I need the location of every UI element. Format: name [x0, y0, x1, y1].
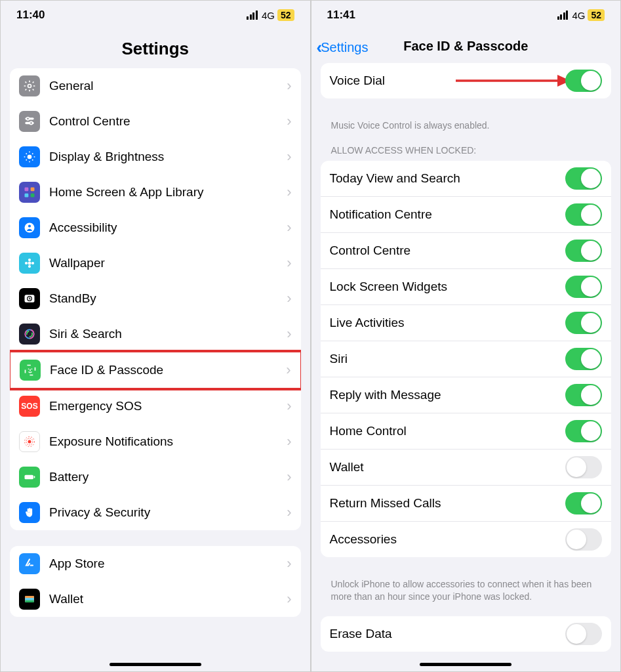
chevron-right-icon: › [287, 113, 291, 130]
row-label: Control Centre [49, 114, 287, 129]
svg-rect-29 [34, 476, 35, 478]
settings-row-standby[interactable]: StandBy› [10, 281, 301, 316]
settings-row-wallet[interactable]: Wallet› [10, 581, 301, 617]
network-label: 4G [572, 10, 585, 21]
svg-rect-33 [25, 600, 33, 602]
toggle-siri[interactable] [565, 348, 602, 370]
row-label: Accessibility [49, 220, 287, 235]
svg-point-13 [28, 259, 31, 261]
toggle-today-view-and-search[interactable] [565, 167, 602, 190]
settings-row-privacy-security[interactable]: Privacy & Security› [10, 495, 301, 530]
row-label: Accessories [330, 532, 566, 547]
erase-data-row: Erase Data [321, 616, 612, 652]
settings-row-control-centre[interactable]: Control Centre› [10, 104, 301, 139]
chevron-right-icon: › [286, 362, 290, 379]
flower-icon [19, 253, 40, 274]
allow-access-header: Allow Access When Locked: [321, 145, 612, 161]
settings-row-general[interactable]: General› [10, 68, 301, 104]
toggle-accessories[interactable] [565, 528, 602, 551]
settings-row-accessibility[interactable]: Accessibility› [10, 210, 301, 245]
sliders-icon [19, 111, 40, 132]
page-title: Settings [7, 39, 304, 59]
chevron-right-icon: › [287, 433, 291, 450]
highlight-annotation: Face ID & Passcode› [10, 350, 301, 390]
row-label: Home Control [330, 424, 566, 438]
chevron-right-icon: › [287, 148, 291, 165]
settings-row-exposure-notifications[interactable]: Exposure Notifications› [10, 424, 301, 459]
settings-row-face-id-passcode[interactable]: Face ID & Passcode› [10, 352, 300, 388]
back-button[interactable]: ‹ Settings [317, 39, 369, 56]
home-indicator[interactable] [110, 663, 201, 666]
row-label: Home Screen & App Library [49, 185, 287, 200]
svg-point-5 [28, 155, 32, 159]
voice-dial-toggle[interactable] [565, 70, 602, 92]
face-icon [20, 360, 41, 381]
settings-row-display-brightness[interactable]: Display & Brightness› [10, 139, 301, 175]
clock-icon [19, 288, 40, 309]
chevron-right-icon: › [287, 290, 291, 307]
toggle-control-centre[interactable] [565, 240, 602, 262]
row-label: Lock Screen Widgets [330, 280, 566, 294]
faceid-content[interactable]: Voice Dial Music Voice Control is always… [311, 63, 621, 671]
settings-row-wallpaper[interactable]: Wallpaper› [10, 245, 301, 281]
row-label: StandBy [49, 291, 287, 306]
row-label: General [49, 79, 287, 93]
svg-point-12 [28, 262, 31, 265]
toggle-lock-screen-widgets[interactable] [565, 276, 602, 298]
toggle-reply-with-message[interactable] [565, 384, 602, 406]
gear-icon [19, 75, 40, 96]
row-label: Face ID & Passcode [50, 363, 286, 377]
settings-row-app-store[interactable]: App Store› [10, 546, 301, 581]
svg-point-11 [28, 224, 31, 227]
settings-row-emergency-sos[interactable]: SOSEmergency SOS› [10, 388, 301, 424]
svg-point-21 [27, 331, 32, 337]
nav-bar: Settings [1, 27, 310, 68]
voice-dial-row: Voice Dial [321, 63, 612, 98]
svg-rect-28 [25, 475, 33, 480]
svg-point-10 [25, 223, 35, 233]
settings-row-battery[interactable]: Battery› [10, 459, 301, 495]
svg-point-23 [28, 369, 30, 370]
access-row-wallet: Wallet [321, 449, 612, 485]
svg-point-15 [25, 262, 28, 264]
sun-icon [19, 146, 40, 167]
settings-row-home-screen-app-library[interactable]: Home Screen & App Library› [10, 175, 301, 210]
back-label: Settings [321, 40, 368, 55]
battery-badge: 52 [277, 9, 294, 21]
chevron-right-icon: › [287, 326, 291, 343]
status-time: 11:40 [16, 9, 45, 22]
settings-main-screen: 11:40 4G 52 Settings General›Control Cen… [0, 0, 311, 672]
chevron-right-icon: › [287, 184, 291, 201]
svg-point-14 [28, 265, 31, 268]
svg-point-4 [30, 121, 32, 124]
svg-point-25 [28, 440, 31, 444]
row-label: Wallet [330, 460, 566, 474]
svg-point-0 [28, 85, 31, 88]
row-label: Today View and Search [330, 171, 566, 186]
access-row-live-activities: Live Activities [321, 304, 612, 341]
svg-point-3 [26, 117, 29, 120]
erase-data-toggle[interactable] [565, 623, 602, 645]
chevron-right-icon: › [287, 398, 291, 415]
row-label: Siri & Search [49, 327, 287, 341]
toggle-notification-centre[interactable] [565, 203, 602, 226]
settings-row-siri-search[interactable]: Siri & Search› [10, 316, 301, 352]
row-label: Wallpaper [49, 256, 287, 270]
erase-data-label: Erase Data [330, 627, 566, 641]
network-label: 4G [262, 10, 275, 21]
toggle-wallet[interactable] [565, 456, 602, 478]
toggle-home-control[interactable] [565, 420, 602, 442]
toggle-live-activities[interactable] [565, 312, 602, 334]
voice-dial-footer: Music Voice Control is always enabled. [321, 114, 612, 145]
home-indicator[interactable] [420, 663, 511, 666]
battery-badge: 52 [588, 9, 605, 21]
settings-list[interactable]: General›Control Centre›Display & Brightn… [1, 68, 310, 671]
access-row-today-view-and-search: Today View and Search [321, 161, 612, 196]
voice-dial-label: Voice Dial [330, 74, 566, 88]
siri-icon [19, 324, 40, 345]
chevron-right-icon: › [287, 469, 291, 486]
row-label: Battery [49, 470, 287, 484]
access-row-notification-centre: Notification Centre [321, 196, 612, 232]
toggle-return-missed-calls[interactable] [565, 492, 602, 514]
access-row-lock-screen-widgets: Lock Screen Widgets [321, 268, 612, 304]
